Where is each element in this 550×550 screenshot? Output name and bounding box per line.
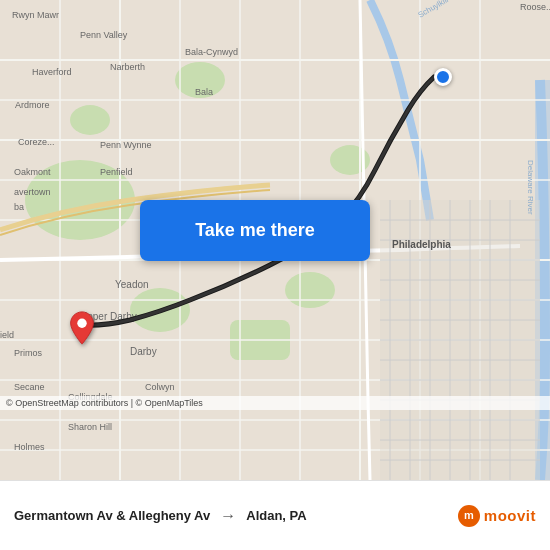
- svg-text:Darby: Darby: [130, 346, 157, 357]
- svg-text:ba: ba: [14, 202, 24, 212]
- svg-text:Penn Wynne: Penn Wynne: [100, 140, 151, 150]
- svg-text:Secane: Secane: [14, 382, 45, 392]
- svg-text:Primos: Primos: [14, 348, 43, 358]
- svg-text:Bala-Cynwyd: Bala-Cynwyd: [185, 47, 238, 57]
- svg-text:Haverford: Haverford: [32, 67, 72, 77]
- svg-text:Rwyn Mawr: Rwyn Mawr: [12, 10, 59, 20]
- svg-point-2: [130, 288, 190, 332]
- origin-dot: [434, 68, 452, 86]
- svg-text:Sharon Hill: Sharon Hill: [68, 422, 112, 432]
- svg-text:Philadelphia: Philadelphia: [392, 239, 451, 250]
- svg-text:Delaware River: Delaware River: [526, 160, 535, 215]
- moovit-icon: m: [458, 505, 480, 527]
- svg-point-5: [70, 105, 110, 135]
- svg-text:Oakmont: Oakmont: [14, 167, 51, 177]
- svg-text:Ardmore: Ardmore: [15, 100, 50, 110]
- svg-point-76: [77, 319, 86, 328]
- svg-text:Bala: Bala: [195, 87, 213, 97]
- take-me-there-button[interactable]: Take me there: [140, 200, 370, 261]
- origin-label: Germantown Av & Allegheny Av: [14, 508, 210, 523]
- svg-text:Colwyn: Colwyn: [145, 382, 175, 392]
- svg-text:Penfield: Penfield: [100, 167, 133, 177]
- svg-text:Roose...: Roose...: [520, 2, 550, 12]
- svg-text:Narberth: Narberth: [110, 62, 145, 72]
- svg-text:Penn Valley: Penn Valley: [80, 30, 128, 40]
- arrow-icon: →: [220, 507, 236, 525]
- svg-text:avertown: avertown: [14, 187, 51, 197]
- bottom-bar: Germantown Av & Allegheny Av → Aldan, PA…: [0, 480, 550, 550]
- destination-label: Aldan, PA: [246, 508, 306, 523]
- svg-text:ield: ield: [0, 330, 14, 340]
- map-attribution: © OpenStreetMap contributors | © OpenMap…: [0, 396, 550, 410]
- moovit-logo: m moovit: [458, 505, 536, 527]
- svg-text:Holmes: Holmes: [14, 442, 45, 452]
- svg-text:Yeadon: Yeadon: [115, 279, 149, 290]
- moovit-brand-text: moovit: [484, 507, 536, 524]
- map-container: Rwyn Mawr Penn Valley Haverford Narberth…: [0, 0, 550, 480]
- svg-point-4: [285, 272, 335, 308]
- destination-pin: [68, 310, 96, 350]
- svg-text:Coreze...: Coreze...: [18, 137, 55, 147]
